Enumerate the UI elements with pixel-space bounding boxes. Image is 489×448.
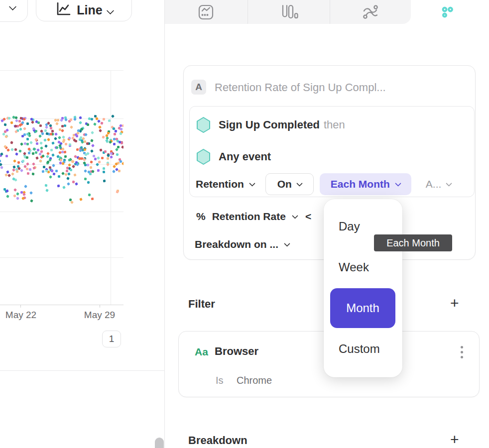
scatter-dot <box>84 178 87 181</box>
query-title[interactable]: Retention Rate of Sign Up Compl... <box>215 81 386 94</box>
add-filter-button[interactable]: + <box>450 297 459 310</box>
scatter-dot <box>64 118 68 121</box>
x-axis-line <box>0 305 123 305</box>
scatter-dot <box>113 143 115 145</box>
scatter-dot <box>74 174 77 177</box>
scatter-dot <box>70 118 73 121</box>
scatter-dot <box>68 163 71 167</box>
scatter-dot <box>59 128 61 131</box>
scatter-dot <box>70 169 73 172</box>
metric-dropdown[interactable]: % Retention Rate < <box>196 211 311 223</box>
scatter-dot <box>93 122 97 126</box>
filter-value[interactable]: Chrome <box>237 375 272 386</box>
interval-dropdown-button[interactable]: Each Month <box>320 173 411 195</box>
scatter-dot <box>7 116 10 119</box>
tab-flow[interactable] <box>330 0 411 24</box>
chevron-down-icon <box>296 180 303 187</box>
scatter-dot <box>89 166 92 169</box>
scatter-dot <box>10 148 14 151</box>
scatter-dot <box>58 136 61 139</box>
scatter-dot <box>101 157 104 160</box>
scrollbar-thumb[interactable] <box>155 438 164 448</box>
scatter-dot <box>26 162 29 166</box>
advanced-dropdown[interactable]: A... <box>426 178 452 190</box>
scatter-dot <box>6 148 10 152</box>
event-suffix: then <box>324 118 345 131</box>
tab-scatter-dots-selected[interactable] <box>438 4 458 21</box>
scatter-dot <box>68 159 71 162</box>
scatter-dot <box>11 172 14 176</box>
scatter-dot <box>40 146 43 150</box>
scatter-dot <box>32 172 35 175</box>
scatter-dot <box>12 159 16 163</box>
scatter-dot <box>79 120 82 124</box>
scatter-dot <box>18 149 21 152</box>
filter-operator[interactable]: Is <box>216 375 224 386</box>
chevron-down-icon <box>284 240 290 247</box>
event-row-1[interactable]: Sign Up Completedthen <box>196 116 345 133</box>
scatter-dot <box>35 156 39 160</box>
scatter-dot <box>79 149 82 152</box>
event-row-2[interactable]: Any event <box>196 148 271 165</box>
kebab-menu-icon[interactable] <box>460 345 464 359</box>
scatter-dot <box>44 144 48 148</box>
scatter-dot <box>66 177 70 180</box>
scatter-dot <box>88 193 91 196</box>
scatter-dot <box>26 137 29 140</box>
scatter-dot <box>55 170 58 172</box>
scatter-dot <box>95 117 98 120</box>
query-badge: A <box>191 80 206 95</box>
scatter-dot <box>90 149 94 153</box>
scatter-dot <box>0 152 3 156</box>
scatter-dot <box>52 164 55 167</box>
scatter-dot <box>36 142 38 145</box>
pager-left-arrow[interactable]: < <box>305 211 311 223</box>
scatter-dot <box>52 172 55 175</box>
menu-item-week[interactable]: Week <box>339 260 369 274</box>
scatter-dot <box>14 116 17 119</box>
scatter-dot <box>19 127 22 131</box>
scatter-dot <box>103 171 105 173</box>
query-builder-panel: A Retention Rate of Sign Up Compl... Sig… <box>165 0 489 448</box>
scatter-dot <box>57 185 60 188</box>
scatter-dot <box>29 141 33 144</box>
scatter-dot <box>114 129 117 132</box>
chevron-down-icon <box>249 180 255 187</box>
scatter-dot <box>28 134 31 137</box>
menu-item-custom[interactable]: Custom <box>339 342 380 356</box>
event-name: Any event <box>219 150 271 163</box>
scatter-dot <box>111 114 114 118</box>
scatter-chart: May 22 May 29 <box>0 0 164 370</box>
scatter-dot <box>38 134 42 138</box>
scatter-dot <box>107 132 110 134</box>
filter-property-name[interactable]: Browser <box>215 345 258 358</box>
interval-dropdown-menu: Day Week Month Custom <box>324 199 402 377</box>
retention-dropdown[interactable]: Retention <box>196 178 254 190</box>
scatter-dot <box>4 130 6 133</box>
scatter-plot <box>0 70 123 305</box>
scatter-dot <box>91 131 94 134</box>
scatter-dot <box>51 153 55 157</box>
scatter-dot <box>86 123 89 125</box>
chart-type-tab-strip <box>165 0 411 24</box>
scatter-dot <box>112 170 116 173</box>
tab-bar-chart[interactable] <box>247 0 330 24</box>
scatter-dot <box>45 189 49 192</box>
scatter-dot <box>40 150 43 153</box>
scatter-dot <box>47 160 49 163</box>
menu-item-day[interactable]: Day <box>339 220 360 233</box>
scatter-dot <box>28 151 30 154</box>
on-dropdown-button[interactable]: On <box>265 173 314 195</box>
breakdown-on-dropdown[interactable]: Breakdown on ... <box>195 238 289 250</box>
scatter-dot <box>62 135 65 139</box>
menu-item-month-selected[interactable]: Month <box>330 288 395 328</box>
pagination-page-button[interactable]: 1 <box>102 331 121 347</box>
scatter-dot <box>64 124 67 127</box>
add-breakdown-button[interactable]: + <box>450 433 459 446</box>
tab-chart-insights[interactable] <box>165 0 247 24</box>
breakdown-on-label: Breakdown on ... <box>195 238 278 250</box>
scatter-dot <box>98 161 101 164</box>
scatter-dot <box>103 167 105 170</box>
scatter-dot <box>41 132 44 135</box>
scatter-dot <box>99 129 102 132</box>
